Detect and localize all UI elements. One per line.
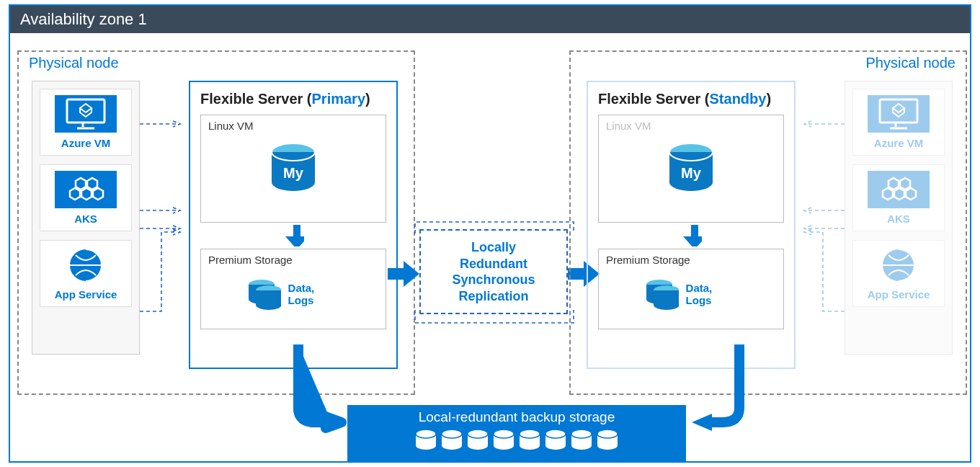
disk-stack-icon <box>247 277 281 311</box>
service-label-vm: Azure VM <box>874 137 923 149</box>
mysql-db-icon-standby: My <box>664 139 718 194</box>
backup-barrel-row <box>347 428 686 451</box>
aks-icon <box>55 171 117 208</box>
physical-node-right: Physical node Flexible Server (Standby) … <box>569 50 967 395</box>
service-azure-vm: Azure VM <box>40 89 132 156</box>
linux-vm-label-standby: Linux VM <box>606 120 776 132</box>
service-label-aks: AKS <box>74 213 97 225</box>
premium-storage-label-standby: Premium Storage <box>606 254 776 266</box>
app-service-icon <box>55 246 117 284</box>
service-label-app: App Service <box>55 288 117 301</box>
arrow-primary-to-backup-icon <box>290 344 353 438</box>
disk-stack-icon <box>645 277 679 311</box>
data-logs-label-standby: Data, Logs <box>686 282 737 306</box>
svg-text:My: My <box>681 165 702 181</box>
availability-zone: Availability zone 1 Physical node Azure … <box>9 4 971 463</box>
premium-storage-label: Premium Storage <box>208 254 378 266</box>
service-azure-vm-standby: Azure VM <box>852 89 945 156</box>
aks-icon <box>868 171 930 208</box>
arrow-standby-to-backup-icon <box>685 344 748 438</box>
vm-icon <box>868 95 930 133</box>
service-aks-standby: AKS <box>852 164 945 231</box>
flexible-server-title-primary: Flexible Server (Primary) <box>200 91 386 107</box>
app-service-icon <box>868 246 930 284</box>
flexible-server-primary: Flexible Server (Primary) Linux VM My Pr… <box>189 81 398 369</box>
service-column-left: Azure VM AKS App Service <box>32 81 140 355</box>
physical-node-label-right: Physical node <box>861 55 960 71</box>
service-label-aks: AKS <box>887 213 910 225</box>
connector-lines-right <box>788 102 845 333</box>
linux-vm-panel-primary: Linux VM My <box>200 115 386 223</box>
service-app-service-standby: App Service <box>852 240 945 307</box>
replication-braces <box>414 215 575 330</box>
service-label-vm: Azure VM <box>61 137 110 149</box>
service-app-service: App Service <box>40 240 132 307</box>
backup-storage-title: Local-redundant backup storage <box>347 409 686 425</box>
arrow-vm-to-storage-icon <box>282 225 304 246</box>
backup-storage: Local-redundant backup storage <box>347 405 686 463</box>
arrow-vm-to-storage-standby-icon <box>680 225 702 246</box>
linux-vm-panel-standby: Linux VM My <box>598 115 784 223</box>
service-column-right: Azure VM AKS App Service <box>845 81 953 355</box>
linux-vm-label: Linux VM <box>208 120 378 132</box>
flexible-server-title-standby: Flexible Server (Standby) <box>598 91 784 107</box>
premium-storage-panel-standby: Premium Storage Data, Logs <box>598 249 784 329</box>
vm-icon <box>55 95 117 133</box>
svg-text:My: My <box>283 165 304 181</box>
service-aks: AKS <box>40 164 132 231</box>
service-label-app: App Service <box>868 288 930 301</box>
connector-lines-left <box>140 102 196 333</box>
data-logs-label: Data, Logs <box>288 282 339 306</box>
availability-zone-title: Availability zone 1 <box>10 6 970 33</box>
physical-node-left: Physical node Azure VM AKS App Service <box>17 50 415 395</box>
physical-node-label: Physical node <box>24 55 123 71</box>
flexible-server-standby: Flexible Server (Standby) Linux VM My Pr… <box>587 81 796 369</box>
premium-storage-panel-primary: Premium Storage Data, Logs <box>200 249 386 329</box>
mysql-db-icon: My <box>266 139 321 194</box>
